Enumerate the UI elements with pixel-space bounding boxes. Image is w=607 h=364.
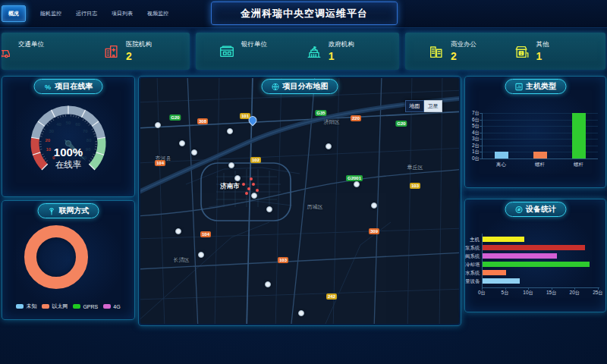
panel-header-host-type: 主机类型 xyxy=(505,79,566,94)
poi-marker[interactable] xyxy=(326,143,332,149)
svg-text:10: 10 xyxy=(46,147,52,152)
axis-tick xyxy=(482,287,483,290)
route-shield: 308 xyxy=(197,118,208,124)
hospital-icon xyxy=(103,43,120,60)
poi-marker[interactable] xyxy=(155,122,161,128)
cluster-dot xyxy=(245,192,248,195)
svg-text:60: 60 xyxy=(75,122,80,127)
x-axis-label: 螺杆 xyxy=(529,162,552,168)
poi-marker[interactable] xyxy=(191,149,197,155)
svg-text:%: % xyxy=(45,83,51,90)
legend-item[interactable]: 以太网 xyxy=(42,303,68,310)
hbar xyxy=(483,262,590,267)
bar xyxy=(533,152,547,158)
stat-text: 交通单位 xyxy=(18,40,44,62)
legend-label: 未知 xyxy=(26,303,36,310)
map-type-button[interactable]: 地图 xyxy=(405,100,424,112)
category-label: 主机 xyxy=(465,237,480,242)
stat-item: 交通单位 xyxy=(2,33,44,70)
poi-marker[interactable] xyxy=(234,175,241,181)
poi-marker[interactable] xyxy=(265,281,271,287)
route-shield: G35 xyxy=(315,110,326,116)
stat-text: 医院机构2 xyxy=(126,40,152,62)
category-label: 泵系统 xyxy=(465,245,480,250)
category-label: 冷却塔 xyxy=(465,262,480,267)
office-icon xyxy=(428,43,445,60)
dashboard-root: 概况能耗监控运行日志项目列表视频监控 金洲科瑞中央空调运维平台 交通单位医院机构… xyxy=(0,0,607,364)
route-shield: 220 xyxy=(351,115,361,121)
poi-marker[interactable] xyxy=(198,252,204,258)
hbar xyxy=(483,237,524,242)
poi-marker[interactable] xyxy=(371,202,377,209)
x-axis-label: 5台 xyxy=(498,290,513,297)
map-canvas[interactable]: 济南市齐河县济阳区章丘区长清区历城区G20308101G35220G201041… xyxy=(140,78,459,324)
nav-tab-energy-monitor[interactable]: 能耗监控 xyxy=(40,10,61,17)
legend-label: 以太网 xyxy=(52,303,68,310)
stat-value xyxy=(241,51,267,62)
svg-text:50: 50 xyxy=(66,121,71,125)
globe-icon xyxy=(272,83,280,91)
panel-network-mode: 联网方式 未知以太网GPRS4G xyxy=(2,200,135,320)
x-axis-label: 15台 xyxy=(544,290,559,297)
poi-marker[interactable] xyxy=(175,228,181,234)
stat-card: 交通单位医院机构2 xyxy=(2,33,190,70)
map-roads xyxy=(140,78,459,324)
route-shield: 103 xyxy=(278,257,288,263)
y-axis-label: 2台 xyxy=(465,143,480,149)
stat-label: 交通单位 xyxy=(18,40,44,49)
nav-tab-run-log[interactable]: 运行日志 xyxy=(76,10,97,17)
x-axis-label: 25台 xyxy=(590,290,605,297)
panel-title-text: 项目分布地图 xyxy=(283,81,329,92)
legend-item[interactable]: 4G xyxy=(103,303,120,310)
legend-item[interactable]: 未知 xyxy=(16,303,36,310)
panel-project-map: 济南市齐河县济阳区章丘区长清区历城区G20308101G35220G201041… xyxy=(138,76,461,326)
poi-marker[interactable] xyxy=(251,193,257,199)
hbar xyxy=(483,245,585,250)
svg-text:100: 100 xyxy=(79,155,87,160)
axis-tick xyxy=(574,287,575,290)
poi-marker[interactable] xyxy=(228,162,234,168)
cluster-dot xyxy=(250,177,253,180)
poi-marker[interactable] xyxy=(266,206,272,212)
district-label: 章丘区 xyxy=(407,164,423,171)
svg-text:70: 70 xyxy=(83,129,88,133)
svg-text:40: 40 xyxy=(56,122,61,127)
stat-item: 商业办公2 xyxy=(428,33,476,70)
poi-marker[interactable] xyxy=(354,181,360,187)
poi-marker[interactable] xyxy=(227,128,233,134)
stat-text: 其他1 xyxy=(536,40,549,62)
map-type-button[interactable]: 卫星 xyxy=(424,100,442,112)
bar xyxy=(572,113,586,158)
nav-tab-video-monitor[interactable]: 视频监控 xyxy=(147,10,168,17)
nav-tab-overview[interactable]: 概况 xyxy=(2,5,26,22)
district-label: 长清区 xyxy=(174,256,190,264)
map-type-toggle: 地图卫星 xyxy=(405,100,442,112)
category-label: 量设备 xyxy=(465,278,480,284)
y-axis-label: 3台 xyxy=(465,136,480,143)
route-shield: 309 xyxy=(369,228,379,234)
route-shield: 242 xyxy=(326,293,337,300)
legend-item[interactable]: GPRS xyxy=(73,303,98,310)
stat-card: 商业办公2其他1 xyxy=(405,33,605,70)
poi-marker[interactable] xyxy=(298,310,304,316)
x-axis-label: 10台 xyxy=(521,290,536,297)
city-label: 济南市 xyxy=(220,182,240,191)
hbar xyxy=(483,278,520,284)
panel-online-rate: % 项目在线率 0102030405060708090100100%在线率 xyxy=(2,76,135,197)
page-title-text: 金洲科瑞中央空调运维平台 xyxy=(241,7,368,20)
y-axis-label: 0台 xyxy=(465,155,480,162)
x-axis-label: 20台 xyxy=(567,290,582,297)
nav-tabs: 概况能耗监控运行日志项目列表视频监控 xyxy=(0,0,168,27)
panel-title-text: 主机类型 xyxy=(526,81,556,92)
x-axis-label: 螺杆 xyxy=(568,162,590,168)
nav-tab-project-list[interactable]: 项目列表 xyxy=(112,10,133,17)
government-icon xyxy=(306,43,322,60)
poi-marker[interactable] xyxy=(179,140,185,146)
online-rate-gauge: 0102030405060708090100100%在线率 xyxy=(3,93,134,193)
x-axis-line xyxy=(482,158,598,159)
stat-item: 其他1 xyxy=(514,33,549,70)
route-shield: 103 xyxy=(410,183,420,189)
stat-label: 商业办公 xyxy=(451,40,476,49)
stat-label: 其他 xyxy=(536,40,549,49)
y-axis-label: 5台 xyxy=(465,123,480,130)
